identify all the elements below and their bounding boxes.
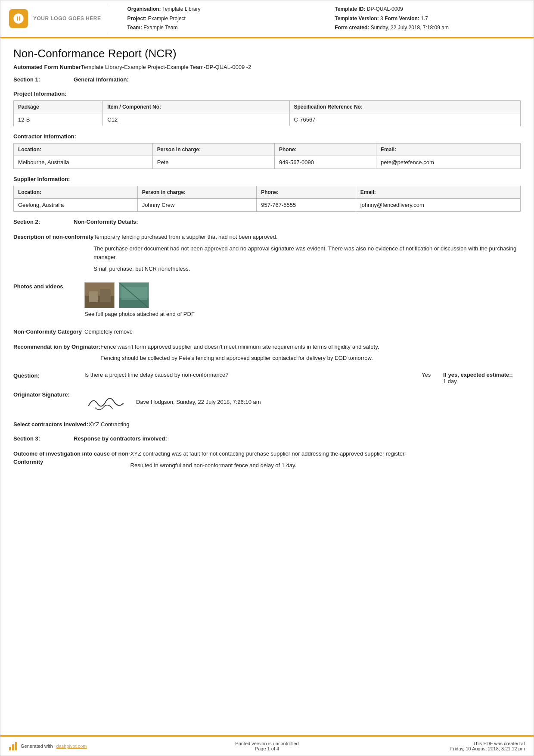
logo-text: YOUR LOGO GOES HERE	[33, 16, 101, 22]
contractor-email-value: pete@petefence.com	[376, 156, 520, 169]
contractor-col-email: Email:	[376, 143, 520, 156]
supplier-phone-value: 957-767-5555	[257, 198, 356, 211]
project-spec-value: C-76567	[289, 113, 520, 126]
section3-header: Section 3: Response by contractors invol…	[13, 435, 521, 442]
footer-center: Printed version is uncontrolled Page 1 o…	[184, 741, 350, 751]
form-created-value: Sunday, 22 July 2018, 7:18:09 am	[371, 25, 449, 31]
footer: Generated with dashpivot.com Printed ver…	[0, 735, 534, 756]
description-line-2: The purchase order document had not been…	[93, 244, 521, 262]
form-number-label: Automated Form Number	[13, 64, 81, 70]
contractor-info-table: Location: Person in charge: Phone: Email…	[13, 143, 521, 169]
header-col-right: Template ID: DP-QUAL-0009 Template Versi…	[335, 5, 525, 33]
outcome-label-text: Outcome of investigation into cause of n…	[13, 450, 130, 457]
signature-svg	[84, 390, 127, 414]
originator-signature-value: Dave Hodgson, Sunday, 22 July 2018, 7:26…	[84, 390, 521, 414]
footer-left: Generated with dashpivot.com	[9, 742, 175, 750]
supplier-location-value: Geelong, Australia	[14, 198, 138, 211]
section2-header: Section 2: Non-Conformity Details:	[13, 219, 521, 225]
description-value: Temporary fencing purchased from a suppl…	[93, 233, 521, 276]
form-version-value: 1.7	[421, 16, 428, 22]
contractors-value: XYZ Contracting	[88, 420, 521, 429]
photo-thumb-1	[84, 282, 115, 308]
question-estimate-value: 1 day	[443, 378, 457, 384]
photos-value: See full page photos attached at end of …	[84, 282, 521, 322]
bar-1	[9, 747, 11, 750]
printed-text: Printed version is uncontrolled	[184, 741, 350, 746]
footer-right: This PDF was created at Friday, 10 Augus…	[359, 741, 525, 751]
svg-rect-6	[121, 287, 147, 300]
contractors-row: Select contractors involved: XYZ Contrac…	[13, 420, 521, 429]
supplier-info-table: Location: Person in charge: Phone: Email…	[13, 186, 521, 212]
conformity-text: Conformity	[13, 459, 43, 465]
recommendation-value: Fence wasn't form approved supplier and …	[100, 343, 521, 366]
contractor-col-location: Location:	[14, 143, 153, 156]
supplier-col-phone: Phone:	[257, 186, 356, 198]
main-content: Non-Conformance Report (NCR) Automated F…	[0, 38, 534, 735]
template-id-label: Template ID:	[335, 6, 365, 12]
form-number-row: Automated Form Number Template Library-E…	[13, 64, 521, 70]
supplier-email-value: johnny@fencedlivery.com	[356, 198, 520, 211]
template-version-value: 3	[380, 16, 383, 22]
contractor-person-value: Pete	[152, 156, 274, 169]
template-id-value: DP-QUAL-0009	[367, 6, 403, 12]
originator-signature-name: Dave Hodgson, Sunday, 22 July 2018, 7:26…	[136, 398, 261, 407]
header-meta: Organisation: Template Library Project: …	[119, 5, 525, 33]
supplier-person-value: Johnny Crew	[137, 198, 257, 211]
question-row: Question: Is there a project time delay …	[13, 372, 521, 384]
project-label: Project:	[127, 16, 147, 22]
description-label: Description of non-conformity	[13, 233, 93, 276]
contractor-col-phone: Phone:	[275, 143, 376, 156]
pdf-created-date: Friday, 10 August 2018, 8:21:12 pm	[359, 746, 525, 751]
form-version-label: Form Version:	[385, 16, 419, 22]
outcome-value: XYZ contracting was at fault for not con…	[130, 450, 521, 473]
recommendation-row: Recommendat ion by Originator: Fence was…	[13, 343, 521, 366]
supplier-col-location: Location:	[14, 186, 138, 198]
section2-label: Section 2:	[13, 219, 65, 225]
contractor-phone-value: 949-567-0090	[275, 156, 376, 169]
photos-area	[84, 282, 521, 308]
svg-rect-2	[89, 291, 98, 302]
table-row: Geelong, Australia Johnny Crew 957-767-5…	[14, 198, 521, 211]
project-col-spec: Specification Reference No:	[289, 100, 520, 113]
photo-2-svg	[119, 283, 149, 308]
contractor-info-title: Contractor Information:	[13, 133, 521, 140]
outcome-row: Outcome of investigation into cause of n…	[13, 450, 521, 473]
section1-header: Section 1: General Information:	[13, 76, 521, 83]
section3-label: Section 3:	[13, 435, 65, 442]
bar-2	[12, 744, 14, 750]
contractors-label: Select contractors involved:	[13, 420, 88, 429]
dashpivot-link[interactable]: dashpivot.com	[56, 744, 87, 749]
project-col-package: Package	[14, 100, 103, 113]
question-estimate-label: If yes, expected estimate::	[443, 372, 513, 378]
description-row: Description of non-conformity Temporary …	[13, 233, 521, 276]
team-label: Team:	[127, 25, 142, 31]
team-value: Example Team	[143, 25, 177, 31]
contractor-location-value: Melbourne, Australia	[14, 156, 153, 169]
project-col-item: Item / Component No:	[103, 100, 289, 113]
logo-icon	[9, 9, 28, 28]
doc-title: Non-Conformance Report (NCR)	[13, 47, 521, 60]
generated-text: Generated with	[21, 744, 53, 749]
recommendation-line-1: Fence wasn't form approved supplier and …	[100, 343, 521, 352]
org-value: Template Library	[162, 6, 201, 12]
supplier-info-title: Supplier Information:	[13, 176, 521, 182]
question-estimate: If yes, expected estimate:: 1 day	[443, 372, 521, 384]
recommendation-line-2: Fencing should be collected by Pete's fe…	[100, 354, 521, 363]
nonconformity-category-value: Completely remove	[84, 328, 521, 337]
form-created-label: Form created:	[335, 25, 369, 31]
description-line-1: Temporary fencing purchased from a suppl…	[93, 233, 521, 242]
table-row: 12-B C12 C-76567	[14, 113, 521, 126]
outcome-line-1: XYZ contracting was at fault for not con…	[130, 450, 521, 459]
question-label: Question:	[13, 372, 84, 380]
supplier-col-person: Person in charge:	[137, 186, 257, 198]
nonconformity-category-label: Non-Conformity Category	[13, 328, 84, 337]
outcome-line-2: Resulted in wrongful and non-conformant …	[130, 461, 521, 470]
pdf-created-text: This PDF was created at	[359, 741, 525, 746]
document-page: YOUR LOGO GOES HERE Organisation: Templa…	[0, 0, 534, 756]
photos-row: Photos and videos	[13, 282, 521, 322]
logo-area: YOUR LOGO GOES HERE	[9, 5, 110, 33]
originator-signature-label: Originator Signature:	[13, 390, 84, 414]
section3-title: Response by contractors involved:	[74, 435, 167, 442]
org-label: Organisation:	[127, 6, 161, 12]
section2-title: Non-Conformity Details:	[74, 219, 138, 225]
